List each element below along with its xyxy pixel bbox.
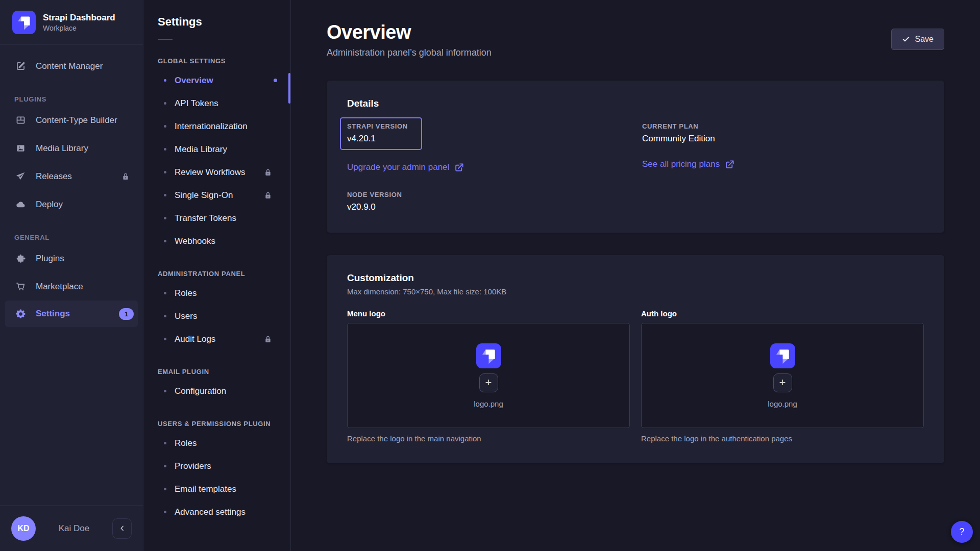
sidebar-item-settings[interactable]: Settings 1 xyxy=(5,300,138,327)
plus-icon: + xyxy=(485,377,492,388)
subnav-item-providers[interactable]: Providers xyxy=(143,455,290,478)
sidebar-footer: KD Kai Doe xyxy=(0,505,143,551)
subnav-item-label: Users xyxy=(175,311,197,321)
subnav-item-label: API Tokens xyxy=(175,98,218,109)
add-menu-logo-button[interactable]: + xyxy=(479,373,498,392)
sidebar-item-label: Settings xyxy=(36,309,70,319)
page-title: Overview xyxy=(327,21,492,43)
lock-icon xyxy=(264,191,272,199)
customization-card: Customization Max dimension: 750×750, Ma… xyxy=(327,255,944,463)
sidebar-item-media-library[interactable]: Media Library xyxy=(0,134,143,162)
strapi-logo-icon xyxy=(12,11,36,34)
subnav-item-roles-up[interactable]: Roles xyxy=(143,432,290,455)
bullet-dot-icon xyxy=(164,102,166,105)
subnav-item-label: Review Workflows xyxy=(175,167,246,178)
cloud-icon xyxy=(14,199,27,210)
subnav-item-label: Email templates xyxy=(175,484,236,494)
bullet-dot-icon xyxy=(164,292,166,294)
subnav-item-label: Internationalization xyxy=(175,121,248,132)
auth-logo-caption: Replace the logo in the authentication p… xyxy=(641,434,924,443)
subnav-item-roles-admin[interactable]: Roles xyxy=(143,282,290,305)
strapi-version-label: STRAPI VERSION xyxy=(347,122,408,130)
user-name: Kai Doe xyxy=(36,523,112,534)
lock-icon xyxy=(264,168,272,177)
subnav-item-media-library[interactable]: Media Library xyxy=(143,138,290,161)
app-name: Strapi Dashboard xyxy=(43,12,115,23)
sidebar-item-marketplace[interactable]: Marketplace xyxy=(0,272,143,300)
current-plan-label: CURRENT PLAN xyxy=(642,122,924,130)
bullet-dot-icon xyxy=(164,511,166,513)
sidebar-item-deploy[interactable]: Deploy xyxy=(0,190,143,218)
subnav-item-overview[interactable]: Overview xyxy=(143,69,290,92)
subnav-item-audit-logs[interactable]: Audit Logs xyxy=(143,328,290,350)
sidebar-item-releases[interactable]: Releases xyxy=(0,162,143,190)
strapi-version-highlight-box: STRAPI VERSION v4.20.1 xyxy=(340,117,422,150)
auth-logo-upload-area[interactable]: + logo.png xyxy=(641,323,924,428)
layout-grid-icon xyxy=(14,115,27,126)
external-link-icon xyxy=(454,163,464,172)
bullet-dot-icon xyxy=(164,217,166,219)
page-subtitle: Administration panel’s global informatio… xyxy=(327,47,492,58)
bullet-dot-icon xyxy=(164,338,166,340)
avatar[interactable]: KD xyxy=(11,516,36,541)
node-version-label: NODE VERSION xyxy=(347,191,642,198)
puzzle-icon xyxy=(14,253,27,264)
menu-logo-preview-icon xyxy=(476,343,501,368)
auth-logo-label: Auth logo xyxy=(641,309,924,318)
subnav-item-users[interactable]: Users xyxy=(143,305,290,328)
subnav-item-label: Roles xyxy=(175,438,197,448)
subnav-item-label: Webhooks xyxy=(175,236,215,246)
add-auth-logo-button[interactable]: + xyxy=(773,373,792,392)
subnav-item-transfer-tokens[interactable]: Transfer Tokens xyxy=(143,207,290,230)
collapse-sidebar-button[interactable] xyxy=(112,518,132,539)
details-right-column: CURRENT PLAN Community Edition See all p… xyxy=(642,122,924,212)
subnav-item-review-workflows[interactable]: Review Workflows xyxy=(143,161,290,184)
sidebar-item-plugins[interactable]: Plugins xyxy=(0,244,143,272)
subnav-item-label: Audit Logs xyxy=(175,334,215,344)
customization-card-subtitle: Max dimension: 750×750, Max file size: 1… xyxy=(347,287,924,296)
settings-notification-badge: 1 xyxy=(119,308,134,320)
bullet-dot-icon xyxy=(164,442,166,444)
bullet-dot-icon xyxy=(164,148,166,151)
lock-icon xyxy=(264,335,272,343)
workspace-titles: Strapi Dashboard Workplace xyxy=(43,12,115,32)
current-plan-field: CURRENT PLAN Community Edition xyxy=(642,122,924,144)
bullet-dot-icon xyxy=(164,488,166,490)
save-button-label: Save xyxy=(915,35,934,44)
edit-pen-icon xyxy=(14,61,27,71)
plus-icon: + xyxy=(779,377,786,388)
workspace-header[interactable]: Strapi Dashboard Workplace xyxy=(0,0,143,45)
subnav-item-api-tokens[interactable]: API Tokens xyxy=(143,92,290,115)
menu-logo-upload-area[interactable]: + logo.png xyxy=(347,323,630,428)
sidebar-item-content-type-builder[interactable]: Content-Type Builder xyxy=(0,106,143,134)
bullet-dot-icon xyxy=(164,194,166,196)
subnav-section-users-permissions: USERS & PERMISSIONS PLUGIN xyxy=(143,403,290,432)
sidebar-item-label: Content-Type Builder xyxy=(36,115,117,126)
details-left-column: STRAPI VERSION v4.20.1 Upgrade your admi… xyxy=(347,122,642,212)
paper-plane-icon xyxy=(14,171,27,182)
chevron-left-icon xyxy=(118,524,126,532)
help-button[interactable]: ? xyxy=(951,521,973,543)
pricing-link-label: See all pricing plans xyxy=(642,159,720,169)
page-header-titles: Overview Administration panel’s global i… xyxy=(327,21,492,58)
sidebar-item-label: Marketplace xyxy=(36,282,83,292)
subnav-item-internationalization[interactable]: Internationalization xyxy=(143,115,290,138)
subnav-item-label: Media Library xyxy=(175,144,227,155)
node-version-value: v20.9.0 xyxy=(347,202,642,212)
subnav-item-advanced-settings[interactable]: Advanced settings xyxy=(143,500,290,523)
sidebar-item-content-manager[interactable]: Content Manager xyxy=(0,52,143,80)
subnav-item-label: Transfer Tokens xyxy=(175,213,236,223)
details-card: Details STRAPI VERSION v4.20.1 Upgrade y… xyxy=(327,81,944,233)
pricing-plans-link[interactable]: See all pricing plans xyxy=(642,159,734,169)
subnav-item-single-sign-on[interactable]: Single Sign-On xyxy=(143,184,290,207)
upgrade-admin-panel-link[interactable]: Upgrade your admin panel xyxy=(347,162,464,172)
subnav-item-webhooks[interactable]: Webhooks xyxy=(143,230,290,253)
external-link-icon xyxy=(725,160,734,169)
subnav-section-administration-panel: ADMINISTRATION PANEL xyxy=(143,253,290,282)
details-card-title: Details xyxy=(347,98,924,109)
subnav-item-email-templates[interactable]: Email templates xyxy=(143,478,290,500)
save-button[interactable]: Save xyxy=(891,29,944,50)
bullet-dot-icon xyxy=(164,240,166,242)
subnav-item-configuration[interactable]: Configuration xyxy=(143,380,290,403)
subnav-item-label: Advanced settings xyxy=(175,507,246,517)
